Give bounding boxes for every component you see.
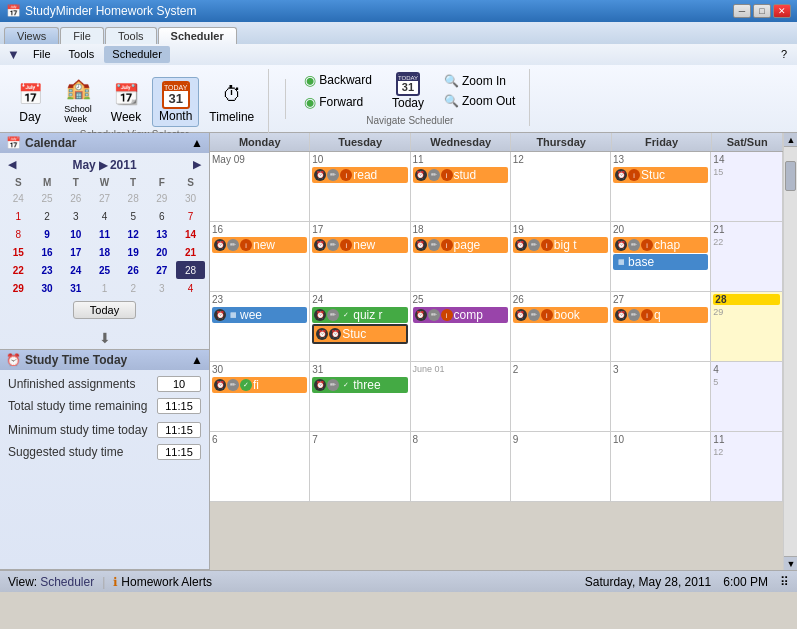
cal-prev-button[interactable]: ◀ <box>4 157 20 172</box>
menu-scheduler[interactable]: Scheduler <box>104 46 170 63</box>
event-chip[interactable]: ⏰ ✏ i q <box>613 307 708 323</box>
view-month-button[interactable]: TODAY 31 Month <box>152 77 199 127</box>
cal-day[interactable]: 4 <box>176 279 205 297</box>
today-mini-button[interactable]: Today <box>73 301 136 319</box>
cal-day[interactable]: 6 <box>148 207 177 225</box>
cal-next-button[interactable]: ▶ <box>189 157 205 172</box>
cal-cell-sat-w3[interactable]: 28 29 <box>711 292 783 361</box>
cal-day[interactable]: 20 <box>148 243 177 261</box>
cal-cell-sat-w4[interactable]: 4 5 <box>711 362 783 431</box>
event-chip[interactable]: ⏰ ✏ ✓ quiz r <box>312 307 407 323</box>
cal-cell-mon-w4[interactable]: 30 ⏰ ✏ ✓ fi <box>210 362 310 431</box>
cal-cell-thu-w5[interactable]: 9 <box>511 432 611 501</box>
backward-button[interactable]: ◉ Backward <box>298 70 378 90</box>
close-button[interactable]: ✕ <box>773 4 791 18</box>
cal-day[interactable]: 30 <box>33 279 62 297</box>
event-chip[interactable]: ⏰ ✏ i big t <box>513 237 608 253</box>
cal-day[interactable]: 22 <box>4 261 33 279</box>
event-chip-2[interactable]: ⏰ ⏰ Stuc <box>312 324 407 344</box>
event-chip[interactable]: ⏰ ✏ i new <box>312 237 407 253</box>
event-chip[interactable]: ⏰ ✏ i read <box>312 167 407 183</box>
cal-day[interactable]: 8 <box>4 225 33 243</box>
cal-day[interactable]: 2 <box>119 279 148 297</box>
zoom-in-button[interactable]: 🔍 Zoom In <box>438 72 521 90</box>
event-chip-2[interactable]: ▦ base <box>613 254 708 270</box>
cal-day[interactable]: 25 <box>33 189 62 207</box>
scroll-thumb[interactable] <box>785 161 796 191</box>
view-day-button[interactable]: 📅 Day <box>8 75 52 127</box>
event-chip[interactable]: ⏰ ✏ ✓ fi <box>212 377 307 393</box>
forward-button[interactable]: ◉ Forward <box>298 92 378 112</box>
cal-cell-sat-w5[interactable]: 11 12 <box>711 432 783 501</box>
scroll-up-button[interactable]: ▲ <box>784 133 797 147</box>
help-button[interactable]: ? <box>775 46 793 63</box>
scrollbar[interactable]: ▲ ▼ <box>783 133 797 570</box>
cal-day[interactable]: 5 <box>119 207 148 225</box>
view-name[interactable]: Scheduler <box>40 575 94 589</box>
cal-cell-tue-w5[interactable]: 7 <box>310 432 410 501</box>
cal-day[interactable]: 12 <box>119 225 148 243</box>
cal-cell-thu-w1[interactable]: 12 <box>511 152 611 221</box>
cal-day[interactable]: 21 <box>176 243 205 261</box>
cal-cell-sat-w1[interactable]: 14 15 <box>711 152 783 221</box>
cal-day[interactable]: 11 <box>90 225 119 243</box>
cal-day[interactable]: 27 <box>90 189 119 207</box>
event-chip[interactable]: ⏰ ✏ i book <box>513 307 608 323</box>
resize-grip[interactable]: ⠿ <box>780 575 789 589</box>
cal-cell-mon-w2[interactable]: 16 ⏰ ✏ i new <box>210 222 310 291</box>
cal-day[interactable]: 23 <box>33 261 62 279</box>
cal-day[interactable]: 4 <box>90 207 119 225</box>
cal-day[interactable]: 1 <box>90 279 119 297</box>
cal-day[interactable]: 31 <box>61 279 90 297</box>
study-panel-header[interactable]: ⏰ Study Time Today ▲ <box>0 350 209 370</box>
quick-access-btn[interactable]: ▼ <box>4 46 23 63</box>
cal-cell-fri-w2[interactable]: 20 ⏰ ✏ i chap ▦ base <box>611 222 711 291</box>
view-week-button[interactable]: 📆 Week <box>104 75 148 127</box>
cal-day[interactable]: 24 <box>4 189 33 207</box>
cal-day[interactable]: 24 <box>61 261 90 279</box>
cal-day[interactable]: 2 <box>33 207 62 225</box>
cal-cell-mon-w5[interactable]: 6 <box>210 432 310 501</box>
cal-cell-sat-w2[interactable]: 21 22 <box>711 222 783 291</box>
tab-file[interactable]: File <box>60 27 104 44</box>
cal-cell-mon-w1[interactable]: May 09 <box>210 152 310 221</box>
cal-day[interactable]: 1 <box>4 207 33 225</box>
menu-tools[interactable]: Tools <box>61 46 103 63</box>
event-chip[interactable]: ⏰ ✏ i new <box>212 237 307 253</box>
cal-cell-wed-w3[interactable]: 25 ⏰ ✏ i comp <box>411 292 511 361</box>
cal-day[interactable]: 18 <box>90 243 119 261</box>
alerts-status[interactable]: ℹ Homework Alerts <box>113 575 212 589</box>
event-chip[interactable]: ⏰ i Stuc <box>613 167 708 183</box>
cal-cell-mon-w3[interactable]: 23 ⏰ ▦ wee <box>210 292 310 361</box>
minimize-button[interactable]: ─ <box>733 4 751 18</box>
cal-cell-fri-w4[interactable]: 3 <box>611 362 711 431</box>
cal-day[interactable]: 3 <box>61 207 90 225</box>
menu-file[interactable]: File <box>25 46 59 63</box>
today-button[interactable]: TODAY 31 Today <box>386 69 430 113</box>
maximize-button[interactable]: □ <box>753 4 771 18</box>
cal-day[interactable]: 17 <box>61 243 90 261</box>
view-schoolweek-button[interactable]: 🏫 SchoolWeek <box>56 69 100 127</box>
cal-day[interactable]: 14 <box>176 225 205 243</box>
cal-cell-fri-w3[interactable]: 27 ⏰ ✏ i q <box>611 292 711 361</box>
cal-day[interactable]: 27 <box>148 261 177 279</box>
calendar-panel-header[interactable]: 📅 Calendar ▲ <box>0 133 209 153</box>
cal-day[interactable]: 26 <box>119 261 148 279</box>
cal-day[interactable]: 29 <box>4 279 33 297</box>
zoom-out-button[interactable]: 🔍 Zoom Out <box>438 92 521 110</box>
cal-cell-fri-w1[interactable]: 13 ⏰ i Stuc <box>611 152 711 221</box>
cal-day[interactable]: 3 <box>148 279 177 297</box>
scroll-down-button[interactable]: ▼ <box>784 556 797 570</box>
cal-cell-tue-w2[interactable]: 17 ⏰ ✏ i new <box>310 222 410 291</box>
cal-day[interactable]: 15 <box>4 243 33 261</box>
cal-cell-thu-w2[interactable]: 19 ⏰ ✏ i big t <box>511 222 611 291</box>
cal-cell-tue-w3[interactable]: 24 ⏰ ✏ ✓ quiz r ⏰ ⏰ Stuc <box>310 292 410 361</box>
view-timeline-button[interactable]: ⏱ Timeline <box>203 75 260 127</box>
cal-cell-tue-w1[interactable]: 10 ⏰ ✏ i read <box>310 152 410 221</box>
tab-tools[interactable]: Tools <box>105 27 157 44</box>
cal-cell-wed-w5[interactable]: 8 <box>411 432 511 501</box>
cal-day[interactable]: 26 <box>61 189 90 207</box>
cal-cell-tue-w4[interactable]: 31 ⏰ ✏ ✓ three <box>310 362 410 431</box>
event-chip[interactable]: ⏰ ✏ i chap <box>613 237 708 253</box>
cal-day[interactable]: 16 <box>33 243 62 261</box>
